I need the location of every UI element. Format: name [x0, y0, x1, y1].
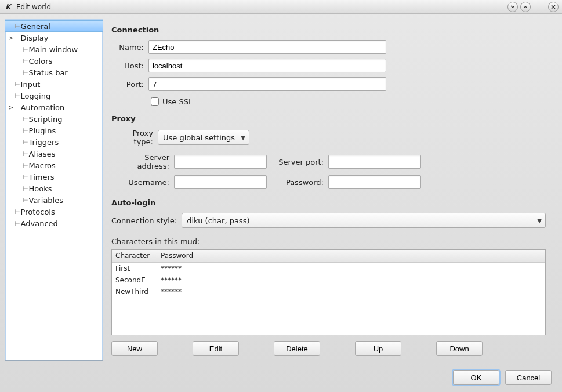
- autologin-heading: Auto-login: [111, 198, 546, 207]
- tree-item-label: Display: [21, 34, 49, 42]
- tree-item-label: Logging: [21, 92, 51, 100]
- tree-item-timers[interactable]: ⊢Timers: [5, 171, 103, 183]
- edit-button[interactable]: Edit: [193, 341, 239, 356]
- use-ssl-checkbox[interactable]: [151, 97, 159, 106]
- tree-branch-glyph: ⊢: [23, 197, 28, 204]
- cancel-button[interactable]: Cancel: [505, 370, 552, 385]
- edit-world-window: K Edit world ⊢General>⊢Display⊢Main wind…: [0, 0, 562, 392]
- table-row[interactable]: First******: [112, 263, 545, 274]
- tree-item-general[interactable]: ⊢General: [5, 20, 103, 32]
- tree-item-protocols[interactable]: ⊢Protocols: [5, 206, 103, 217]
- tree-item-label: Status bar: [29, 68, 68, 77]
- tree-item-aliases[interactable]: ⊢Aliases: [5, 148, 103, 159]
- proxy-server-address-label: Server address:: [111, 153, 169, 170]
- tree-item-label: Plugins: [29, 126, 56, 135]
- proxy-heading: Proxy: [111, 114, 546, 123]
- ok-button[interactable]: OK: [453, 370, 499, 385]
- tree-branch-glyph: ⊢: [23, 115, 28, 123]
- new-button[interactable]: New: [111, 341, 158, 356]
- proxy-server-port-input[interactable]: [328, 155, 421, 169]
- chevron-down-icon: ▼: [241, 135, 245, 141]
- tree-branch-glyph: ⊢: [14, 92, 20, 100]
- cell-character: NewThird: [112, 288, 157, 296]
- proxy-password-input[interactable]: [328, 175, 421, 189]
- host-input[interactable]: [148, 59, 386, 72]
- port-input[interactable]: [148, 77, 386, 91]
- tree-item-input[interactable]: ⊢Input: [5, 78, 103, 90]
- connection-style-label: Connection style:: [111, 216, 177, 225]
- tree-branch-glyph: ⊢: [23, 150, 28, 158]
- delete-button[interactable]: Delete: [274, 341, 320, 356]
- tree-item-label: Hooks: [29, 184, 52, 193]
- tree-item-label: General: [21, 22, 50, 31]
- proxy-server-port-label: Server port:: [271, 158, 324, 166]
- tree-item-main-window[interactable]: ⊢Main window: [5, 43, 103, 55]
- connection-style-combo[interactable]: diku (char, pass) ▼: [182, 213, 546, 228]
- tree-branch-glyph: ⊢: [14, 23, 20, 30]
- port-label: Port:: [111, 80, 144, 89]
- host-label: Host:: [111, 61, 144, 70]
- expander-icon[interactable]: >: [8, 35, 14, 41]
- proxy-password-label: Password:: [271, 178, 324, 187]
- table-row[interactable]: SecondE******: [112, 274, 545, 286]
- tree-item-advanced[interactable]: ⊢Advanced: [5, 217, 103, 229]
- cell-character: SecondE: [112, 276, 157, 284]
- proxy-type-value: Use global settings: [163, 133, 235, 142]
- tree-item-label: Advanced: [21, 219, 58, 228]
- category-tree[interactable]: ⊢General>⊢Display⊢Main window⊢Colors⊢Sta…: [5, 19, 103, 361]
- tree-item-label: Main window: [29, 45, 78, 54]
- maximize-button[interactable]: [520, 2, 531, 12]
- tree-item-colors[interactable]: ⊢Colors: [5, 55, 103, 67]
- tree-item-hooks[interactable]: ⊢Hooks: [5, 183, 103, 194]
- expander-icon[interactable]: >: [8, 104, 14, 111]
- tree-item-label: Triggers: [29, 138, 59, 147]
- tree-item-label: Input: [21, 80, 41, 89]
- proxy-type-label: Proxy type:: [111, 129, 153, 146]
- tree-item-triggers[interactable]: ⊢Triggers: [5, 136, 103, 148]
- tree-item-label: Variables: [29, 196, 63, 205]
- connection-style-value: diku (char, pass): [187, 216, 249, 225]
- tree-item-automation[interactable]: >⊢Automation: [5, 101, 103, 113]
- tree-branch-glyph: ⊢: [23, 46, 28, 53]
- tree-item-macros[interactable]: ⊢Macros: [5, 159, 103, 171]
- tree-item-display[interactable]: >⊢Display: [5, 32, 103, 43]
- tree-item-label: Macros: [29, 161, 56, 170]
- up-button[interactable]: Up: [355, 341, 401, 356]
- tree-item-label: Scripting: [29, 115, 63, 124]
- tree-branch-glyph: ⊢: [23, 139, 28, 146]
- tree-branch-glyph: ⊢: [14, 81, 20, 88]
- tree-item-label: Colors: [29, 57, 53, 66]
- proxy-username-input[interactable]: [174, 175, 267, 189]
- tree-branch-glyph: ⊢: [23, 127, 28, 135]
- tree-item-status-bar[interactable]: ⊢Status bar: [5, 67, 103, 78]
- tree-item-scripting[interactable]: ⊢Scripting: [5, 113, 103, 125]
- titlebar: K Edit world: [0, 0, 562, 14]
- tree-branch-glyph: ⊢: [23, 173, 28, 181]
- window-title: Edit world: [16, 3, 505, 11]
- proxy-server-address-input[interactable]: [174, 155, 267, 169]
- proxy-type-combo[interactable]: Use global settings ▼: [158, 130, 249, 145]
- down-button[interactable]: Down: [436, 341, 483, 356]
- cell-character: First: [112, 264, 157, 273]
- minimize-button[interactable]: [507, 2, 518, 12]
- table-header: Character Password: [112, 250, 545, 263]
- connection-heading: Connection: [111, 26, 546, 34]
- col-character[interactable]: Character: [112, 250, 157, 262]
- tree-branch-glyph: ⊢: [23, 185, 28, 193]
- name-input[interactable]: [148, 40, 386, 54]
- col-password[interactable]: Password: [157, 250, 545, 262]
- tree-branch-glyph: ⊢: [14, 208, 20, 216]
- tree-item-label: Protocols: [21, 208, 55, 216]
- cell-password: ******: [157, 276, 545, 284]
- table-row[interactable]: NewThird******: [112, 286, 545, 297]
- tree-item-plugins[interactable]: ⊢Plugins: [5, 125, 103, 136]
- characters-label: Characters in this mud:: [111, 237, 546, 246]
- tree-branch-glyph: ⊢: [23, 162, 28, 169]
- characters-table[interactable]: Character Password First******SecondE***…: [111, 249, 546, 335]
- close-button[interactable]: [548, 2, 559, 12]
- cell-password: ******: [157, 288, 545, 296]
- chevron-down-icon: ▼: [537, 217, 542, 224]
- tree-item-variables[interactable]: ⊢Variables: [5, 194, 103, 206]
- name-label: Name:: [111, 43, 144, 52]
- tree-item-logging[interactable]: ⊢Logging: [5, 90, 103, 101]
